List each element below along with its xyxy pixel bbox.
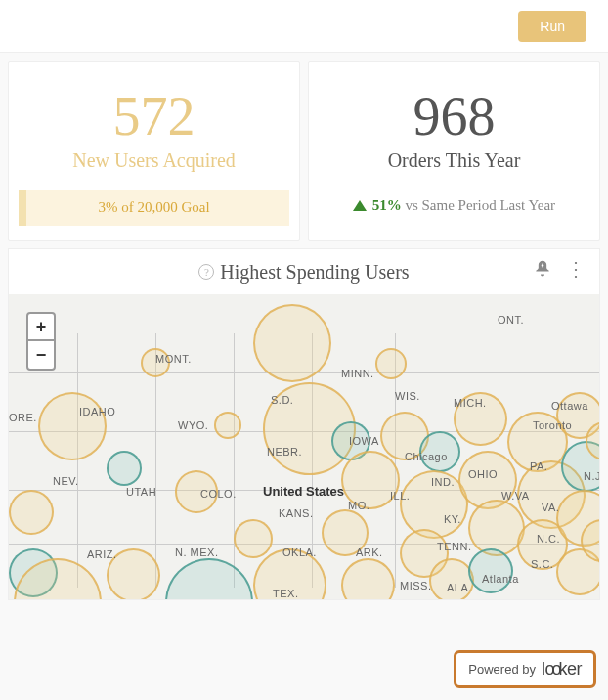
orders-comparison: 51% vs Same Period Last Year [319, 197, 589, 214]
label-ill: ILL. [390, 490, 410, 502]
label-nebr: NEBR. [267, 446, 302, 458]
new-users-value: 572 [19, 89, 289, 144]
label-minn: MINN. [341, 368, 374, 379]
label-utah: UTAH [126, 486, 156, 498]
label-nj: N.J. [584, 470, 599, 482]
data-bubble [234, 519, 273, 558]
label-atlanta: Atlanta [482, 573, 519, 585]
label-okla: OKLA. [282, 547, 317, 558]
label-pa: PA. [530, 460, 547, 472]
zoom-out-button[interactable]: − [28, 341, 54, 369]
label-wyo: WYO. [178, 419, 208, 431]
label-va: VA. [542, 502, 559, 513]
label-wis: WIS. [395, 390, 420, 402]
run-button[interactable]: Run [518, 11, 586, 42]
label-ind: IND. [431, 476, 455, 488]
label-idaho: IDAHO [79, 406, 115, 417]
help-icon[interactable]: ? [198, 264, 214, 280]
map-header: ? Highest Spending Users ⋮ [9, 249, 599, 294]
orders-change-suffix: vs Same Period Last Year [402, 197, 556, 213]
label-ala: ALA. [447, 582, 472, 593]
new-users-goal-bar: 3% of 20,000 Goal [19, 190, 289, 226]
data-bubble [375, 348, 407, 379]
data-bubble [38, 392, 107, 460]
label-ohio: OHIO [468, 468, 498, 480]
label-mont: MONT. [155, 353, 192, 365]
zoom-control: + − [26, 312, 56, 371]
metric-cards-row: 572 New Users Acquired 3% of 20,000 Goal… [0, 53, 608, 248]
powered-by-badge[interactable]: Powered by looker [454, 650, 596, 688]
label-ky: KY. [444, 513, 461, 525]
map-actions: ⋮ [533, 259, 586, 279]
data-bubble [214, 412, 241, 439]
orders-value: 968 [319, 89, 589, 144]
label-ottawa: Ottawa [551, 400, 588, 412]
svg-rect-1 [542, 264, 543, 268]
top-bar: Run [0, 0, 608, 53]
looker-logo: looker [542, 659, 582, 679]
label-ont: ONT. [498, 314, 524, 326]
data-bubble [107, 451, 142, 486]
new-users-label: New Users Acquired [19, 150, 289, 172]
label-toronto: Toronto [533, 419, 572, 431]
label-ore: ORE. [9, 412, 37, 423]
label-chicago: Chicago [405, 451, 448, 462]
label-colo: COLO. [200, 488, 237, 500]
label-tenn: TENN. [437, 541, 472, 552]
data-bubble [165, 558, 253, 599]
label-mo: MO. [348, 500, 369, 511]
label-miss: MISS. [400, 580, 431, 591]
map-title: Highest Spending Users [220, 261, 409, 284]
orders-card: 968 Orders This Year 51% vs Same Period … [308, 61, 600, 241]
data-bubble [253, 304, 331, 382]
label-mich: MICH. [454, 397, 487, 409]
up-arrow-icon [353, 200, 367, 211]
label-iowa: IOWA [349, 435, 379, 447]
more-options-icon[interactable]: ⋮ [566, 264, 586, 274]
label-nev: NEV. [53, 475, 79, 487]
powered-by-text: Powered by [468, 662, 536, 677]
label-nc: N.C. [537, 533, 560, 545]
label-ark: ARK. [356, 547, 383, 558]
map-center-label: United States [263, 484, 344, 499]
map-panel: ? Highest Spending Users ⋮ + − ONT. MONT… [8, 248, 600, 600]
new-users-goal-text: 3% of 20,000 Goal [98, 199, 209, 215]
label-ariz: ARIZ. [87, 548, 117, 560]
orders-label: Orders This Year [319, 150, 589, 172]
label-sd: S.D. [271, 394, 293, 406]
new-users-card: 572 New Users Acquired 3% of 20,000 Goal [8, 61, 300, 241]
label-kans: KANS. [279, 507, 314, 519]
label-sc: S.C. [531, 558, 553, 570]
data-bubble [341, 558, 395, 599]
map-viewport[interactable]: + − ONT. MONT. MINN. IDAHO ORE. WYO. S.D… [9, 294, 599, 599]
label-tex: TEX. [273, 588, 298, 599]
data-bubble [9, 490, 54, 535]
zoom-in-button[interactable]: + [28, 314, 54, 341]
alert-bell-icon[interactable] [533, 259, 552, 279]
label-wva: W.VA [501, 490, 530, 502]
data-bubble [468, 548, 513, 593]
orders-change-pct: 51% [372, 197, 402, 213]
label-nmex: N. MEX. [175, 547, 218, 558]
